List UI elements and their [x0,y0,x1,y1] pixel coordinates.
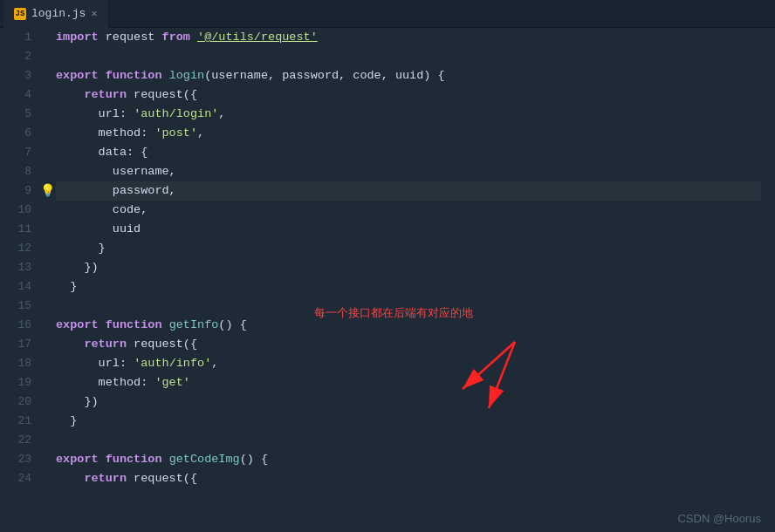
token-plain [56,469,84,488]
watermark: CSDN @Hoorus [677,512,761,525]
line-number-22: 22 [7,431,31,450]
line-number-18: 18 [7,354,31,373]
token-plain: , [211,354,218,373]
line-number-6: 6 [7,124,31,143]
token-from-kw: from [162,28,190,47]
code-line-20: }) [56,392,761,412]
line-number-21: 21 [7,412,31,431]
token-method-name: login [169,66,205,85]
token-plain: () { [218,316,246,335]
token-export-kw: export [56,316,99,335]
code-line-14: } [56,277,761,297]
code-line-2 [56,47,761,66]
token-plain: code, [56,201,147,220]
token-method-name: getInfo [169,316,219,335]
code-line-9: password,💡 [56,181,761,201]
token-str-plain: 'auth/info' [134,354,211,373]
code-line-12: } [56,239,761,258]
tab-bar: JS login.js ✕ [0,0,775,28]
code-line-18: url: 'auth/info', [56,354,761,373]
line-number-17: 17 [7,335,31,354]
code-content: import request from '@/utils/request'exp… [42,28,775,532]
tab-close-icon[interactable]: ✕ [91,7,97,20]
code-line-7: data: { [56,143,761,162]
hint-icon: 💡 [42,181,55,201]
token-plain: }) [56,258,99,277]
line-number-16: 16 [7,316,31,335]
token-plain [190,28,197,47]
token-plain [56,335,84,354]
code-line-3: export function login(username, password… [56,66,761,85]
token-plain: url: [56,354,134,373]
tab-label: login.js [31,7,86,20]
line-number-2: 2 [7,47,31,66]
code-line-24: return request({ [56,469,761,488]
token-import-kw: import [56,28,99,47]
token-plain: password, [56,181,176,201]
line-number-19: 19 [7,373,31,392]
token-export-kw: export [56,66,99,85]
code-line-16: export function getInfo() { [56,316,761,335]
token-plain: () { [240,450,268,469]
token-func-kw: function [106,450,162,469]
editor-container: JS login.js ✕ 12345678910111213141516171… [0,0,775,532]
token-plain: data: { [56,143,147,162]
code-line-19: method: 'get' [56,373,761,392]
code-line-21: } [56,412,761,431]
line-number-12: 12 [7,239,31,258]
line-number-5: 5 [7,105,31,124]
tab-login-js[interactable]: JS login.js ✕ [3,0,109,28]
code-line-6: method: 'post', [56,124,761,143]
code-line-23: export function getCodeImg() { [56,450,761,469]
token-str-plain: 'post' [154,124,197,143]
line-number-1: 1 [7,28,31,47]
token-plain: } [56,277,77,297]
line-number-15: 15 [7,297,31,316]
code-line-10: code, [56,201,761,220]
token-plain [56,85,84,105]
token-plain: }) [56,392,99,412]
code-line-5: url: 'auth/login', [56,105,761,124]
code-line-17: return request({ [56,335,761,354]
token-plain: request({ [127,469,197,488]
line-number-14: 14 [7,277,31,297]
token-plain: } [56,239,106,258]
token-return-kw: return [84,335,127,354]
token-plain [162,450,169,469]
code-line-15 [56,297,761,316]
token-export-kw: export [56,450,99,469]
code-line-1: import request from '@/utils/request' [56,28,761,47]
token-plain: , [197,124,204,143]
line-number-4: 4 [7,85,31,105]
token-plain [162,316,169,335]
token-plain: uuid [56,220,141,239]
code-line-13: }) [56,258,761,277]
token-func-kw: function [106,316,162,335]
token-return-kw: return [84,85,127,105]
token-str-plain: 'auth/login' [134,105,218,124]
code-line-8: username, [56,162,761,181]
token-plain: url: [56,105,134,124]
line-number-13: 13 [7,258,31,277]
token-plain: request [99,28,162,47]
token-plain: username, [56,162,176,181]
tab-file-icon: JS [14,8,26,20]
token-plain [162,66,169,85]
token-plain [99,66,106,85]
token-plain: request({ [127,85,197,105]
line-numbers: 123456789101112131415161718192021222324 [0,28,42,532]
token-plain: request({ [127,335,197,354]
token-str-plain: 'get' [154,373,190,392]
line-number-24: 24 [7,469,31,488]
line-number-9: 9 [7,181,31,201]
token-plain: method: [56,124,154,143]
code-line-4: return request({ [56,85,761,105]
token-method-name: getCodeImg [169,450,240,469]
line-number-3: 3 [7,66,31,85]
token-plain: (username, password, code, uuid) { [204,66,444,85]
token-plain [99,316,106,335]
token-plain: } [56,412,77,431]
line-number-7: 7 [7,143,31,162]
token-str-url: '@/utils/request' [197,28,318,47]
line-number-11: 11 [7,220,31,239]
